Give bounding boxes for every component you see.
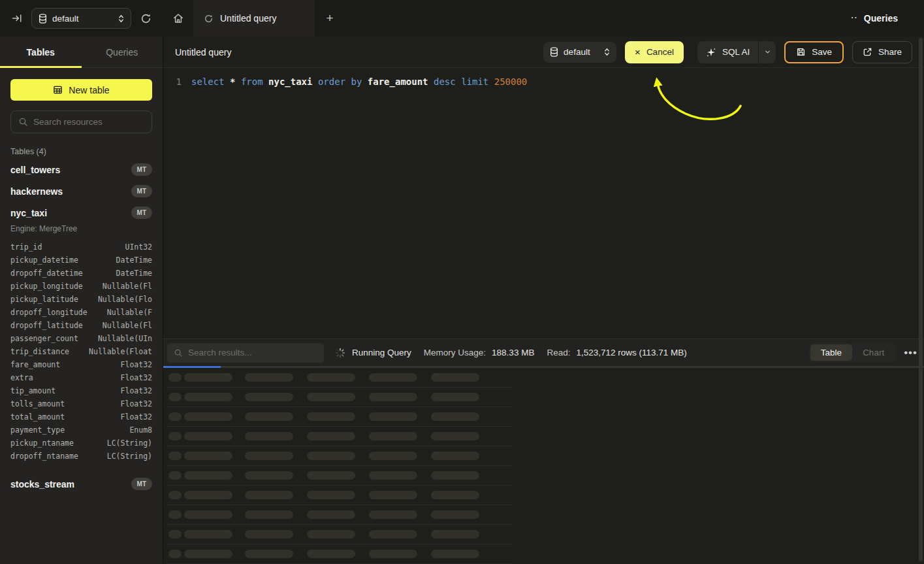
database-selector-top[interactable]: default bbox=[31, 8, 131, 29]
column-name: payment_type bbox=[10, 423, 65, 437]
share-icon bbox=[863, 47, 872, 57]
sidebar: TablesQueries New table bbox=[0, 37, 163, 564]
skeleton-cell bbox=[168, 510, 182, 519]
code-token bbox=[235, 76, 240, 87]
column-row: pickup_ntanameLC(String) bbox=[10, 437, 152, 450]
refresh-button[interactable] bbox=[138, 10, 154, 27]
skeleton-cell bbox=[369, 432, 417, 440]
sql-ai-button[interactable]: SQL AI bbox=[697, 41, 776, 63]
sql-console-window: default bbox=[0, 0, 924, 564]
skeleton-cell bbox=[369, 530, 417, 539]
queries-link-top[interactable]: ·· Queries bbox=[851, 0, 924, 37]
queries-link-label: Queries bbox=[864, 13, 898, 24]
skeleton-row bbox=[167, 407, 513, 427]
table-name: stocks_stream bbox=[10, 479, 74, 489]
view-toggle: TableChart bbox=[809, 343, 896, 362]
chevron-updown-icon bbox=[604, 47, 610, 57]
more-options-button[interactable]: ••• bbox=[904, 347, 917, 358]
column-name: tip_amount bbox=[10, 384, 56, 397]
top-bar: default bbox=[0, 0, 924, 37]
table-engine-badge: MT bbox=[131, 185, 152, 197]
sidebar-tab-queries[interactable]: Queries bbox=[82, 37, 163, 67]
table-row-stocks_stream[interactable]: stocks_streamMT bbox=[10, 473, 152, 495]
column-name: pickup_ntaname bbox=[10, 437, 74, 450]
resource-search-input[interactable] bbox=[33, 117, 144, 127]
table-name: cell_towers bbox=[10, 165, 60, 175]
column-type: Nullable(F bbox=[107, 306, 152, 319]
skeleton-cell bbox=[245, 530, 293, 539]
column-type: DateTime bbox=[116, 254, 152, 267]
memory-usage-value: 188.33 MB bbox=[492, 348, 534, 357]
column-type: Float32 bbox=[121, 358, 152, 371]
table-name: nyc_taxi bbox=[10, 208, 47, 218]
code-token bbox=[225, 76, 230, 87]
skeleton-row bbox=[167, 544, 513, 564]
table-row-cell_towers[interactable]: cell_towersMT bbox=[10, 159, 152, 180]
column-name: pickup_latitude bbox=[10, 293, 78, 306]
skeleton-row bbox=[167, 427, 513, 446]
sidebar-tabs: TablesQueries bbox=[0, 37, 163, 68]
view-toggle-chart[interactable]: Chart bbox=[852, 344, 895, 361]
results-search-input[interactable] bbox=[188, 348, 317, 357]
new-table-label: New table bbox=[69, 85, 109, 95]
code-token: limit bbox=[461, 76, 488, 87]
skeleton-cell bbox=[431, 373, 479, 382]
save-button[interactable]: Save bbox=[784, 41, 844, 63]
skeleton-cell bbox=[431, 471, 479, 480]
skeleton-cell bbox=[369, 412, 417, 421]
tab-strip: Untitled query + ·· Queries bbox=[163, 0, 924, 37]
code-line: select * from nyc_taxi order by fare_amo… bbox=[191, 75, 527, 89]
vertical-scrollbar[interactable] bbox=[919, 38, 923, 561]
line-number: 1 bbox=[163, 75, 182, 89]
skeleton-cell bbox=[369, 452, 417, 460]
code-token: fare_amount bbox=[368, 76, 428, 87]
query-running-sync-icon bbox=[204, 14, 214, 24]
sql-editor[interactable]: 1 select * from nyc_taxi order by fare_a… bbox=[163, 68, 924, 339]
database-selector-query[interactable]: default bbox=[543, 42, 616, 63]
share-label: Share bbox=[878, 47, 902, 57]
cancel-button[interactable]: × Cancel bbox=[625, 41, 684, 63]
sql-ai-dropdown[interactable] bbox=[758, 41, 776, 63]
code-token bbox=[456, 76, 461, 87]
new-tab-button[interactable]: + bbox=[315, 0, 345, 37]
column-row: passenger_countNullable(UIn bbox=[10, 332, 152, 345]
tab-untitled-query[interactable]: Untitled query bbox=[193, 0, 315, 37]
column-row: dropoff_latitudeNullable(Fl bbox=[10, 319, 152, 332]
skeleton-cell bbox=[168, 530, 182, 539]
skeleton-cell bbox=[184, 412, 232, 421]
new-table-button[interactable]: New table bbox=[10, 79, 152, 101]
skeleton-cell bbox=[307, 393, 355, 401]
sidebar-tab-tables[interactable]: Tables bbox=[0, 37, 82, 67]
code-token bbox=[345, 76, 351, 87]
home-button[interactable] bbox=[163, 0, 193, 37]
view-toggle-table[interactable]: Table bbox=[810, 344, 852, 361]
column-type: Nullable(Fl bbox=[103, 319, 152, 332]
skeleton-row bbox=[167, 505, 513, 525]
collapse-sidebar-button[interactable] bbox=[9, 10, 25, 26]
code-token: from bbox=[241, 76, 263, 87]
skeleton-cell bbox=[168, 412, 182, 421]
table-engine-badge: MT bbox=[131, 478, 152, 490]
results-panel: Running Query Memory Usage: 188.33 MB Re… bbox=[163, 339, 924, 564]
skeleton-row bbox=[167, 466, 513, 486]
column-name: extra bbox=[10, 371, 33, 384]
loading-spinner-icon bbox=[335, 348, 345, 358]
share-button[interactable]: Share bbox=[852, 41, 912, 63]
queries-dots-icon: ·· bbox=[851, 13, 858, 22]
table-row-nyc_taxi[interactable]: nyc_taxiMT bbox=[10, 202, 152, 224]
column-type: Float32 bbox=[121, 397, 152, 410]
column-type: Nullable(Float bbox=[89, 345, 152, 358]
skeleton-cell bbox=[307, 373, 355, 382]
close-icon: × bbox=[635, 47, 641, 57]
sql-ai-main[interactable]: SQL AI bbox=[697, 41, 758, 63]
skeleton-cell bbox=[184, 432, 232, 440]
column-row: dropoff_ntanameLC(String) bbox=[10, 450, 152, 463]
query-actions: default × Cancel bbox=[543, 41, 912, 63]
column-type: DateTime bbox=[116, 267, 152, 280]
skeleton-cell bbox=[184, 491, 232, 499]
skeleton-cell bbox=[245, 412, 293, 421]
code-token: order bbox=[318, 76, 345, 87]
sidebar-content: New table Tables (4) cell_towersMThacker… bbox=[0, 68, 163, 506]
code-token bbox=[263, 76, 268, 87]
table-row-hackernews[interactable]: hackernewsMT bbox=[10, 180, 152, 202]
